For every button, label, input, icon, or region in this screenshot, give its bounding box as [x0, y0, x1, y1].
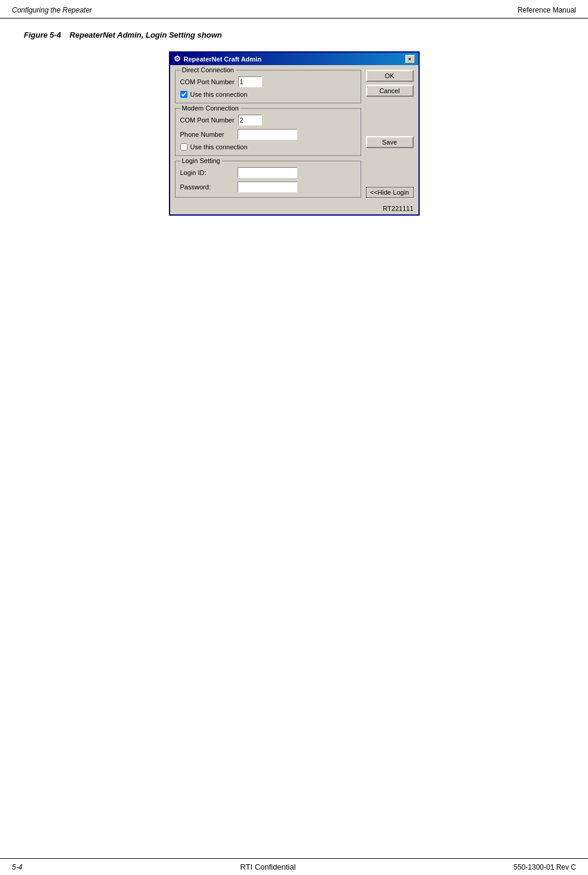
dialog-title: RepeaterNet Craft Admin [184, 56, 261, 63]
direct-com-port-row: COM Port Number [180, 76, 356, 87]
login-id-label: Login ID: [180, 169, 234, 176]
page-footer: 5-4 RTI Confidential 550-1300-01 Rev C [0, 858, 588, 875]
phone-number-label: Phone Number [180, 131, 234, 138]
modem-com-port-input[interactable] [238, 115, 262, 125]
password-input[interactable] [238, 182, 297, 192]
dialog-titlebar: ⚙ RepeaterNet Craft Admin × [170, 53, 418, 65]
login-id-row: Login ID: [180, 167, 356, 178]
dialog-buttons: OK Cancel Save <<Hide Login [366, 70, 414, 198]
gear-icon: ⚙ [174, 54, 181, 63]
footer-center: RTI Confidential [240, 862, 295, 871]
ok-button[interactable]: OK [366, 70, 414, 82]
phone-number-input[interactable] [238, 129, 297, 140]
close-button[interactable]: × [405, 55, 415, 63]
modem-use-connection-label: Use this connection [190, 143, 248, 151]
password-label: Password: [180, 183, 234, 191]
direct-connection-legend: Direct Connection [180, 66, 236, 73]
dialog: ⚙ RepeaterNet Craft Admin × Direct Conne… [169, 51, 420, 216]
modem-connection-legend: Modem Connection [180, 105, 241, 112]
direct-use-connection-checkbox[interactable] [180, 91, 187, 98]
header-right: Reference Manual [518, 6, 576, 14]
save-button[interactable]: Save [366, 136, 414, 148]
figure-caption: Figure 5-4 RepeaterNet Admin, Login Sett… [24, 30, 564, 39]
modem-com-port-row: COM Port Number [180, 115, 356, 125]
figure-label: Figure 5-4 [24, 30, 61, 39]
modem-com-port-label: COM Port Number [180, 116, 235, 124]
direct-com-port-input[interactable] [238, 76, 262, 87]
modem-use-connection-checkbox[interactable] [180, 143, 187, 151]
modem-connection-group: Modem Connection COM Port Number Phone N… [175, 108, 361, 156]
dialog-footer-note: RT221111 [170, 202, 418, 214]
page-header: Configuring the Repeater Reference Manua… [0, 0, 588, 19]
dialog-left: Direct Connection COM Port Number Use th… [175, 70, 361, 198]
direct-connection-group: Direct Connection COM Port Number Use th… [175, 70, 361, 103]
login-setting-group: Login Setting Login ID: Password: [175, 161, 361, 198]
button-spacer [366, 100, 414, 133]
button-spacer2 [366, 151, 414, 185]
direct-use-connection-row: Use this connection [180, 91, 356, 98]
footer-right: 550-1300-01 Rev C [513, 863, 576, 871]
figure-caption-text: RepeaterNet Admin, Login Setting shown [70, 30, 222, 39]
hide-login-button[interactable]: <<Hide Login [366, 187, 414, 198]
modem-use-connection-row: Use this connection [180, 143, 356, 151]
cancel-button[interactable]: Cancel [366, 85, 414, 97]
dialog-body: Direct Connection COM Port Number Use th… [170, 65, 418, 202]
direct-use-connection-label: Use this connection [190, 91, 248, 98]
password-row: Password: [180, 182, 356, 192]
phone-number-row: Phone Number [180, 129, 356, 140]
dialog-wrapper: ⚙ RepeaterNet Craft Admin × Direct Conne… [24, 51, 564, 216]
direct-com-port-label: COM Port Number [180, 78, 235, 85]
header-left: Configuring the Repeater [12, 6, 92, 14]
dialog-titlebar-title: ⚙ RepeaterNet Craft Admin [174, 54, 261, 63]
footer-left: 5-4 [12, 863, 22, 871]
footer-note-text: RT221111 [383, 205, 413, 212]
login-setting-legend: Login Setting [180, 157, 222, 164]
page-content: Figure 5-4 RepeaterNet Admin, Login Sett… [0, 19, 588, 251]
login-id-input[interactable] [238, 167, 297, 178]
